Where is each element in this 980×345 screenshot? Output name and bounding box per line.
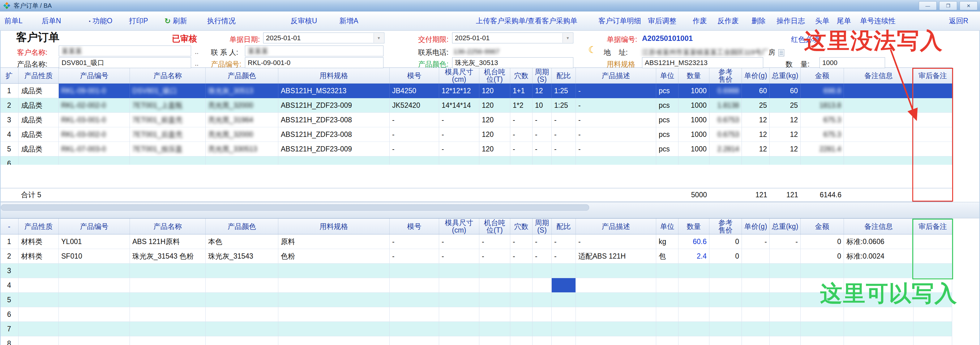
grid-cell[interactable] [59,307,130,322]
grid-cell[interactable]: 成品类 [19,127,59,142]
column-header[interactable]: 数量 [678,68,710,83]
grid-cell[interactable]: ABS121H_ZDF23-008 [278,127,390,142]
grid-cell[interactable]: 包 [656,249,678,264]
toolbar-item-15[interactable]: 操作日志 [776,16,805,26]
quantity-input[interactable]: 1000 [819,57,885,68]
grid-cell[interactable]: - [533,142,552,157]
totals-cell[interactable]: 合计 5 [19,188,59,201]
grid-cell[interactable] [844,336,913,345]
grid-cell[interactable]: 1000 [678,127,710,142]
grid-cell[interactable]: 7ET001_前盖壳 [130,113,206,127]
column-header[interactable]: 参考 售价 [710,219,742,234]
grid-cell[interactable] [510,264,533,278]
grid-cell[interactable]: 3 [0,264,19,278]
grid-cell[interactable] [576,307,656,322]
grid-cell[interactable]: 12 [742,113,770,127]
grid-cell[interactable] [278,278,390,293]
grid-cell[interactable] [742,307,770,322]
totals-cell[interactable] [656,188,678,201]
grid-cell[interactable] [390,307,439,322]
grid-cell[interactable] [710,278,742,293]
grid-cell[interactable] [710,157,742,165]
column-header[interactable]: 周期 (S) [533,219,552,234]
grid-cell[interactable] [510,278,533,293]
grid-cell[interactable] [206,336,278,345]
column-header[interactable]: 产品编号 [59,219,130,234]
grid-cell[interactable] [552,264,576,278]
table-row[interactable]: 2材料类SF010珠光灰_31543 色粉珠光灰_31543色粉------适配… [0,249,952,264]
grid-cell[interactable] [439,336,479,345]
grid-cell[interactable]: pcs [656,127,678,142]
toolbar-item-16[interactable]: 头单 [815,16,829,26]
grid-cell[interactable] [479,322,510,336]
grid-cell[interactable]: 2.4 [678,249,710,264]
grid-cell[interactable] [278,336,390,345]
grid-cell[interactable]: 12 [742,127,770,142]
grid-cell[interactable]: 120 [479,142,510,157]
column-header[interactable]: 总重(kg) [770,219,801,234]
table-row[interactable]: 5 [0,293,952,307]
column-header[interactable]: 单位 [656,219,678,234]
grid-cell[interactable] [130,322,206,336]
totals-cell[interactable] [130,188,206,201]
grid-cell[interactable] [479,278,510,293]
grid-cell[interactable] [801,336,844,345]
grid-cell[interactable]: 5 [0,293,19,307]
column-header[interactable]: 穴数 [510,219,533,234]
grid-cell[interactable] [479,293,510,307]
column-header[interactable]: 产品描述 [576,68,656,83]
grid-cell[interactable] [130,307,206,322]
grid-cell[interactable] [656,157,678,165]
column-header[interactable]: 配比 [552,68,576,83]
toolbar-item-4[interactable]: 打印P [129,16,148,26]
grid-cell[interactable] [770,336,801,345]
grid-cell[interactable]: 珠光灰_31543 色粉 [130,249,206,264]
close-button[interactable]: ✕ [959,1,977,10]
grid-cell[interactable] [742,249,770,264]
table-row[interactable]: 1成品类RKL-09-001-0DSV801_吸口珠光灰_30513ABS121… [0,84,952,98]
column-header[interactable]: 单价(g) [742,68,770,83]
grid-cell[interactable] [533,264,552,278]
grid-cell[interactable]: - [552,249,576,264]
grid-cell[interactable] [510,293,533,307]
grid-cell[interactable]: 1.8138 [710,98,742,113]
grid-cell[interactable] [19,322,59,336]
grid-cell[interactable]: 亮光黑_32000 [206,98,278,113]
grid-cell[interactable] [206,293,278,307]
grid-cell[interactable] [770,264,801,278]
grid-cell[interactable] [742,264,770,278]
grid-cell[interactable] [19,264,59,278]
table-row[interactable]: 2成品类RKL-02-002-07ET001_上盖瓶亮光黑_32000ABS12… [0,98,952,113]
totals-cell[interactable] [278,188,390,201]
grid-cell[interactable] [59,322,130,336]
table-row[interactable]: 3 [0,264,952,278]
grid-cell[interactable] [801,264,844,278]
horizontal-scrollbar-thumb[interactable] [1,204,589,211]
grid-cell[interactable]: - [552,127,576,142]
grid-cell[interactable]: - [439,142,479,157]
grid-cell[interactable] [59,264,130,278]
minimize-button[interactable]: — [919,1,937,10]
grid-cell[interactable]: 7ET001_上盖瓶 [130,98,206,113]
grid-cell[interactable]: 12 [770,142,801,157]
grid-cell[interactable] [656,264,678,278]
grid-cell[interactable] [656,336,678,345]
grid-cell[interactable]: - [479,249,510,264]
grid-cell[interactable] [844,98,913,113]
grid-cell[interactable]: 0.6988 [710,84,742,98]
totals-cell[interactable] [533,188,552,201]
column-header[interactable]: 模号 [390,219,439,234]
grid-cell[interactable] [742,322,770,336]
column-header[interactable]: 周期 (S) [533,68,552,83]
grid-cell[interactable] [533,336,552,345]
table-row[interactable]: 1材料类YL001ABS 121H原料本色原料-------kg60.60--0… [0,235,952,249]
grid-cell[interactable] [59,157,130,165]
grid-cell[interactable] [552,322,576,336]
grid-cell[interactable] [130,293,206,307]
grid-cell[interactable] [656,322,678,336]
grid-cell[interactable]: 120 [479,98,510,113]
grid-cell[interactable]: - [533,127,552,142]
grid-cell[interactable]: 698.8 [801,84,844,98]
grid-cell[interactable]: - [576,84,656,98]
grid-cell[interactable]: 原料 [278,235,390,249]
